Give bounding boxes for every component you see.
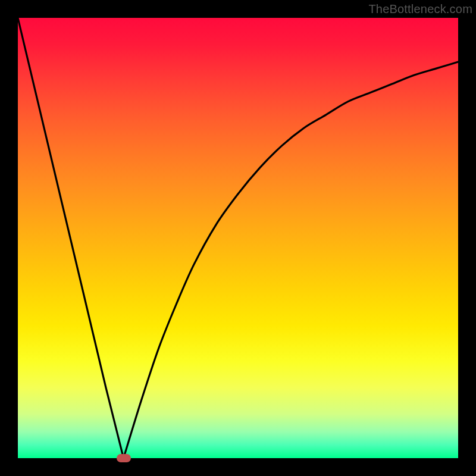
chart-frame: TheBottleneck.com	[0, 0, 476, 476]
minimum-marker	[117, 454, 131, 462]
bottleneck-curve	[18, 18, 458, 458]
watermark-text: TheBottleneck.com	[368, 2, 472, 16]
curve-path	[18, 18, 458, 458]
plot-area	[18, 18, 458, 458]
